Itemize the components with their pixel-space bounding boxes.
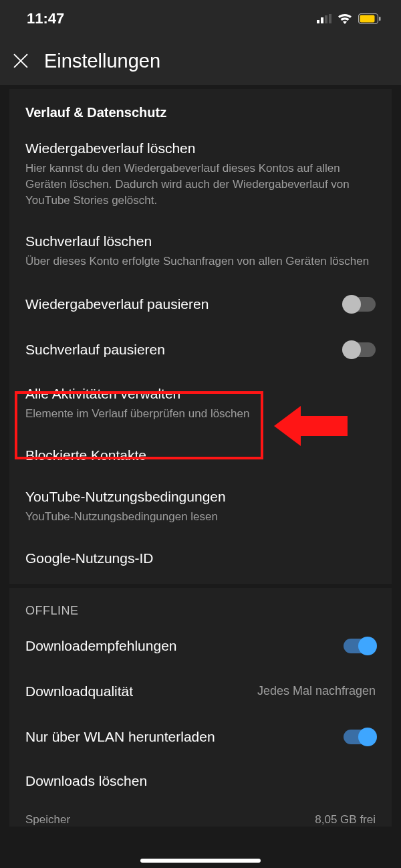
item-value: Jedes Mal nachfragen: [257, 684, 376, 698]
item-title: Suchverlauf pausieren: [25, 342, 165, 358]
item-youtube-terms[interactable]: YouTube-Nutzungsbedingungen YouTube-Nutz…: [9, 475, 392, 537]
status-icons: [317, 13, 381, 25]
item-clear-watch-history[interactable]: Wiedergabeverlauf löschen Hier kannst du…: [9, 127, 392, 220]
item-subtitle: Über dieses Konto erfolgte Suchanfragen …: [25, 253, 376, 269]
svg-rect-2: [325, 15, 327, 23]
item-download-recommendations[interactable]: Downloadempfehlungen: [9, 623, 392, 669]
wifi-icon: [337, 13, 353, 25]
status-time: 11:47: [27, 10, 64, 27]
item-title: Alle Aktivitäten verwalten: [25, 386, 376, 402]
item-pause-watch-history[interactable]: Wiedergabeverlauf pausieren: [9, 282, 392, 327]
item-clear-search-history[interactable]: Suchverlauf löschen Über dieses Konto er…: [9, 220, 392, 282]
item-subtitle: Hier kannst du den Wiedergabeverlauf die…: [25, 160, 376, 208]
svg-rect-3: [329, 14, 331, 23]
item-title: Suchverlauf löschen: [25, 233, 376, 249]
cellular-icon: [317, 14, 331, 23]
item-title: Downloadempfehlungen: [25, 638, 177, 654]
item-title: Downloadqualität: [25, 683, 133, 699]
storage-label: Speicher: [25, 813, 70, 827]
item-wlan-only[interactable]: Nur über WLAN herunterladen: [9, 714, 392, 760]
page-title: Einstellungen: [44, 50, 160, 72]
item-title: Wiedergabeverlauf löschen: [25, 140, 376, 156]
item-subtitle: Elemente im Verlauf überprüfen und lösch…: [25, 406, 376, 422]
item-subtitle: YouTube-Nutzungsbedingungen lesen: [25, 509, 376, 525]
item-title: Wiedergabeverlauf pausieren: [25, 296, 209, 312]
section-header: OFFLINE: [9, 588, 392, 623]
svg-rect-5: [360, 15, 375, 22]
toggle-wlan-only[interactable]: [344, 730, 376, 744]
toggle-pause-watch-history[interactable]: [344, 297, 376, 312]
item-title: YouTube-Nutzungsbedingungen: [25, 489, 376, 505]
close-icon[interactable]: [12, 52, 29, 70]
item-download-quality[interactable]: Downloadqualität Jedes Mal nachfragen: [9, 669, 392, 714]
home-indicator[interactable]: [140, 859, 261, 863]
item-title: Blockierte Kontakte: [25, 447, 376, 463]
item-google-usage-id[interactable]: Google-Nutzungs-ID: [9, 537, 392, 584]
item-delete-downloads[interactable]: Downloads löschen: [9, 760, 392, 801]
section-history-privacy: Verlauf & Datenschutz Wiedergabeverlauf …: [9, 89, 392, 584]
item-manage-all-activity[interactable]: Alle Aktivitäten verwalten Elemente im V…: [9, 372, 392, 434]
battery-icon: [358, 13, 381, 24]
storage-row: Speicher 8,05 GB frei: [9, 801, 392, 827]
section-header: Verlauf & Datenschutz: [9, 89, 392, 127]
storage-value: 8,05 GB frei: [315, 813, 376, 827]
svg-rect-0: [317, 20, 319, 23]
item-blocked-contacts[interactable]: Blockierte Kontakte: [9, 434, 392, 475]
section-offline: OFFLINE Downloadempfehlungen Downloadqua…: [9, 588, 392, 827]
status-bar: 11:47: [0, 0, 401, 37]
svg-rect-1: [321, 17, 323, 23]
item-title: Google-Nutzungs-ID: [25, 550, 376, 566]
svg-rect-6: [379, 17, 381, 21]
item-title: Nur über WLAN herunterladen: [25, 729, 215, 745]
toggle-download-recommendations[interactable]: [344, 639, 376, 653]
item-title: Downloads löschen: [25, 773, 376, 789]
toggle-pause-search-history[interactable]: [344, 342, 376, 357]
item-pause-search-history[interactable]: Suchverlauf pausieren: [9, 327, 392, 372]
header: Einstellungen: [0, 37, 401, 85]
